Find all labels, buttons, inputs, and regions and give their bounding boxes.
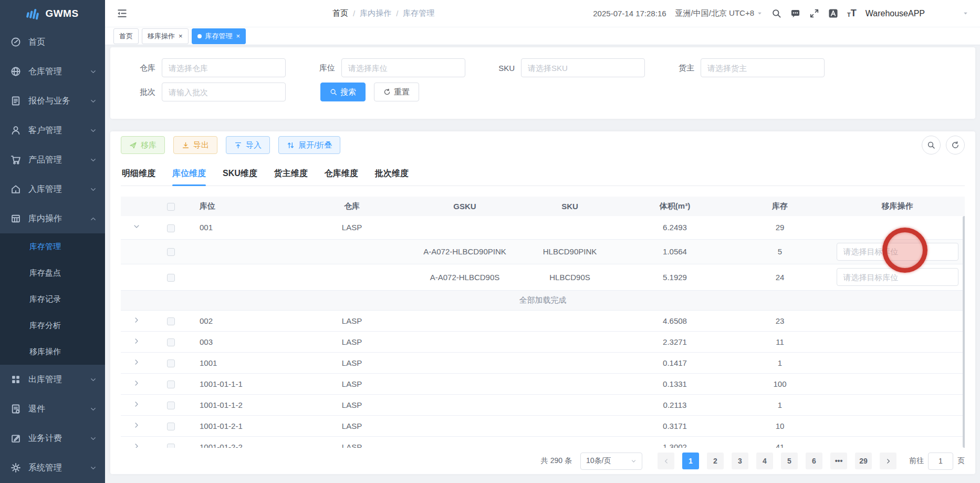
sidebar-item-in-warehouse[interactable]: 库内操作 [0,204,105,233]
row-checkbox[interactable] [167,274,175,282]
sidebar-subitem[interactable]: 移库操作 [0,338,105,365]
sidebar-item-quote-business[interactable]: 报价与业务 [0,86,105,116]
field-input[interactable] [162,83,286,101]
table-wrap: 库位仓库GSKUSKU体积(m³)库存移库操作001LASP6.249329A-… [121,197,965,448]
sidebar-item-customers[interactable]: 客户管理 [0,116,105,145]
reset-button[interactable]: 重置 [374,83,419,101]
table-row: 1001-01-2-1LASP0.317110 [121,415,965,436]
breadcrumb-item[interactable]: 库存管理 [403,8,434,18]
chevron-right-icon[interactable] [133,379,140,387]
sidebar-item-warehouse[interactable]: 仓库管理 [0,57,105,86]
dimension-tab[interactable]: 明细维度 [122,168,155,186]
row-checkbox[interactable] [167,338,175,346]
sidebar-submenu: 库存管理库存盘点库存记录库存分析移库操作 [0,233,105,365]
sidebar-subitem[interactable]: 库存分析 [0,312,105,338]
translate-icon[interactable] [828,8,838,18]
search-form-row-1: 仓库库位SKU货主 [110,58,975,77]
datetime-label: 2025-07-14 17:28:16 [593,9,666,18]
upload-button[interactable]: 导入 [226,136,270,154]
send-button[interactable]: 移库 [121,136,165,154]
sidebar-subitem[interactable]: 库存记录 [0,286,105,312]
search-form-row-2: 批次搜索重置 [110,83,975,101]
sidebar-item-outbound[interactable]: 出库管理 [0,365,105,394]
search-button[interactable]: 搜索 [320,83,366,101]
row-checkbox[interactable] [167,248,175,256]
font-size-icon[interactable]: TT [847,9,857,17]
sidebar-item-returns[interactable]: 退件 [0,394,105,424]
page-tab[interactable]: 库存管理× [192,28,246,44]
table-refresh-button[interactable] [946,136,965,155]
sidebar-item-inbound[interactable]: 入库管理 [0,174,105,204]
page-button-1[interactable]: 1 [682,453,699,469]
dimension-tab[interactable]: 批次维度 [375,168,409,186]
goto-page-input[interactable] [928,453,953,470]
prev-page-button[interactable] [658,453,674,469]
row-checkbox[interactable] [167,381,175,388]
fullscreen-icon[interactable] [809,8,819,18]
avatar[interactable] [934,4,954,24]
sidebar-item-billing[interactable]: 业务计费 [0,424,105,453]
sidebar-subitem[interactable]: 库存盘点 [0,260,105,286]
page-button-29[interactable]: 29 [855,453,872,469]
field-input[interactable] [162,58,286,77]
message-icon[interactable] [790,8,800,18]
page-button-2[interactable]: 2 [707,453,724,469]
chevron-right-icon[interactable] [133,400,140,408]
swap-vertical-button[interactable]: 展开/折叠 [278,136,340,154]
target-location-input[interactable] [837,268,958,286]
row-checkbox[interactable] [167,359,175,367]
timezone-select[interactable]: 亚洲/中国/北京 UTC+8 [675,8,763,18]
collapse-sidebar-icon[interactable] [117,8,128,19]
field-input[interactable] [701,58,825,77]
cell-volume: 0.1417 [620,352,730,373]
chevron-right-icon[interactable] [133,422,140,429]
close-icon[interactable]: × [179,32,183,40]
breadcrumb-item: 首页 [332,8,348,18]
download-button[interactable]: 导出 [173,136,217,154]
chevron-down-icon [631,458,637,464]
search-icon[interactable] [772,8,781,18]
cell-volume: 1.0564 [620,239,730,264]
page-tab[interactable]: 移库操作× [142,28,189,44]
dimension-tab[interactable]: 库位维度 [172,168,206,186]
goto-suffix: 页 [957,456,965,466]
sidebar-item-home[interactable]: 首页 [0,27,105,57]
next-page-button[interactable] [880,453,896,469]
dimension-tab[interactable]: 仓库维度 [325,168,358,186]
table-header-row: 库位仓库GSKUSKU体积(m³)库存移库操作 [121,197,965,216]
page-button-5[interactable]: 5 [781,453,798,469]
chevron-right-icon[interactable] [133,443,140,448]
field-input[interactable] [521,58,645,77]
field-input[interactable] [341,58,465,77]
page-tab[interactable]: 首页 [113,28,139,44]
sidebar-subitem[interactable]: 库存管理 [0,233,105,260]
sidebar-item-products[interactable]: 产品管理 [0,145,105,174]
chevron-right-icon[interactable] [133,316,140,324]
dimension-tab[interactable]: 货主维度 [274,168,308,186]
chev-up-icon [90,215,97,222]
chevron-right-icon[interactable] [133,337,140,345]
user-menu-caret-icon[interactable] [963,11,968,16]
chevron-right-icon[interactable] [133,358,140,366]
row-checkbox[interactable] [167,402,175,409]
row-checkbox[interactable] [167,444,175,448]
row-checkbox[interactable] [167,423,175,430]
page-button-4[interactable]: 4 [756,453,773,469]
page-button-3[interactable]: 3 [732,453,748,469]
row-checkbox[interactable] [167,224,175,232]
breadcrumb-item[interactable]: 库内操作 [360,8,391,18]
select-all-checkbox[interactable] [167,203,175,211]
target-location-input[interactable] [837,243,958,261]
sidebar-item-system[interactable]: 系统管理 [0,453,105,482]
table-search-button[interactable] [922,136,941,155]
page-button-•••[interactable]: ••• [830,453,847,469]
close-icon[interactable]: × [236,32,241,40]
chev-down-icon [90,127,97,134]
page-size-select[interactable]: 10条/页 [580,453,642,470]
dimension-tab[interactable]: SKU维度 [223,168,257,186]
page-button-6[interactable]: 6 [806,453,822,469]
load-complete-message: 全部加载完成 [121,290,965,310]
vertical-scrollbar[interactable] [963,216,965,448]
row-checkbox[interactable] [167,317,175,325]
chevron-down-icon[interactable] [133,223,140,230]
